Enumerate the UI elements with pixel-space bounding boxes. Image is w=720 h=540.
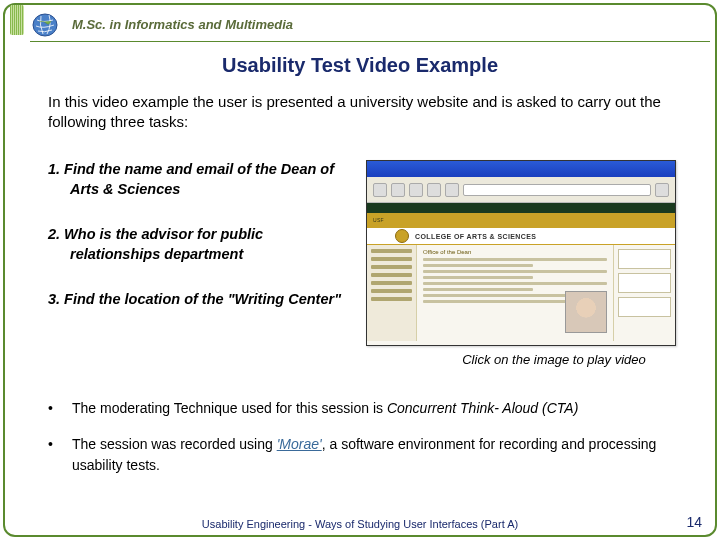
slide-header: M.Sc. in Informatics and Multimedia — [30, 8, 710, 42]
globe-logo-icon — [30, 11, 64, 39]
technique-name: Concurrent Think- Aloud (CTA) — [387, 400, 578, 416]
video-thumbnail[interactable]: USF COLLEGE OF ARTS & SCIENCES Office of… — [366, 160, 676, 346]
slide-title: Usability Test Video Example — [0, 54, 720, 77]
intro-text: In this video example the user is presen… — [48, 92, 682, 133]
note-text: The session was recorded using — [72, 436, 277, 452]
browser-viewport: USF COLLEGE OF ARTS & SCIENCES Office of… — [367, 203, 675, 345]
browser-toolbar — [367, 177, 675, 203]
note-item: • The session was recorded using 'Morae'… — [48, 434, 688, 475]
task-item: 2. Who is the advisor for public relatio… — [48, 225, 348, 264]
site-left-nav — [367, 245, 417, 341]
program-title: M.Sc. in Informatics and Multimedia — [72, 17, 293, 32]
notes-list: • The moderating Technique used for this… — [48, 398, 688, 491]
task-list: 1. Find the name and email of the Dean o… — [48, 160, 348, 367]
seal-icon — [395, 229, 409, 243]
binder-spine-decoration — [10, 5, 24, 35]
software-link[interactable]: 'Morae' — [277, 436, 322, 452]
note-item: • The moderating Technique used for this… — [48, 398, 688, 418]
task-item: 3. Find the location of the "Writing Cen… — [48, 290, 348, 310]
slide-footer: Usability Engineering - Ways of Studying… — [0, 518, 720, 530]
task-item: 1. Find the name and email of the Dean o… — [48, 160, 348, 199]
content-section-heading: Office of the Dean — [423, 249, 607, 255]
page-number: 14 — [686, 514, 702, 530]
site-main-content: Office of the Dean — [417, 245, 613, 341]
thumbnail-caption: Click on the image to play video — [412, 352, 646, 367]
participant-face-overlay — [565, 291, 607, 333]
site-right-sidebar — [613, 245, 675, 341]
college-heading: COLLEGE OF ARTS & SCIENCES — [415, 233, 536, 240]
note-text: The moderating Technique used for this s… — [72, 400, 387, 416]
browser-titlebar — [367, 161, 675, 177]
